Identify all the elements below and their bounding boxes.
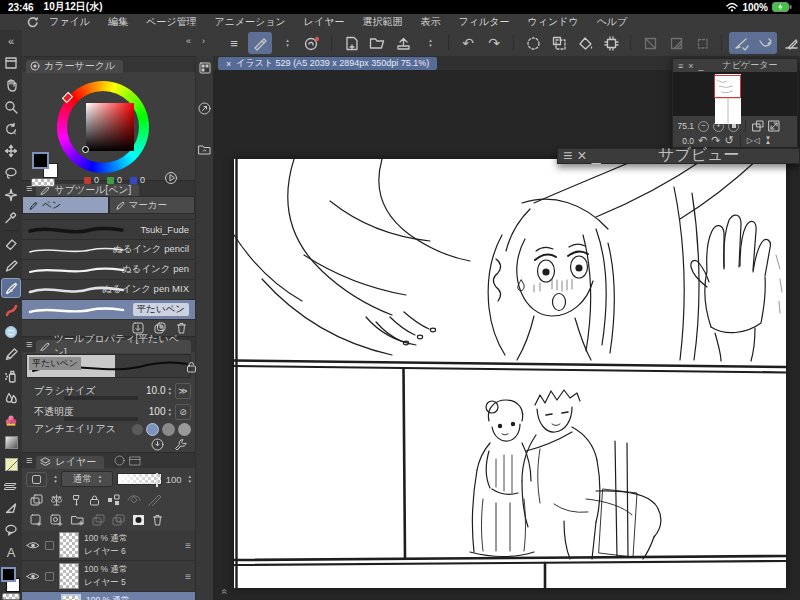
snap-to-special-ruler-button[interactable] [753, 32, 777, 54]
saturation-value-square[interactable] [86, 103, 134, 151]
command-bar-menu-icon[interactable]: ≡ [222, 32, 246, 54]
brush-row[interactable]: Tsuki_Fude [22, 220, 195, 240]
menu-layer[interactable]: レイヤー [304, 15, 345, 29]
clip-at-layer-icon[interactable] [30, 494, 43, 506]
brush-size-stepper[interactable]: ▴▾ [168, 386, 171, 396]
menu-selection[interactable]: 選択範囲 [363, 15, 403, 29]
flip-vertical-icon[interactable]: ▼▲ [765, 137, 771, 144]
save-button[interactable] [391, 32, 415, 54]
panel-menu-icon[interactable]: ≡ [26, 339, 32, 350]
tool-gradient[interactable] [1, 432, 21, 452]
menu-page[interactable]: ページ管理 [146, 15, 196, 29]
layer-thumbnail[interactable] [59, 532, 79, 558]
brush-size-slider[interactable] [64, 396, 138, 400]
quick-access-icon[interactable] [199, 62, 211, 74]
lock-layer-icon[interactable] [89, 494, 100, 506]
opacity-slider[interactable] [64, 417, 138, 421]
document-tab[interactable]: × イラスト 529 (A5 2039 x 2894px 350dpi 75.1… [218, 57, 437, 70]
tool-rotate-canvas[interactable] [1, 119, 21, 139]
snap-to-ruler-button[interactable] [729, 32, 753, 54]
brush-row[interactable]: ぬるインク pen [22, 260, 195, 280]
new-layer-settings-icon[interactable] [50, 514, 64, 526]
tool-eyedropper[interactable] [1, 207, 21, 227]
delete-layer-icon[interactable] [152, 514, 163, 526]
new-canvas-button[interactable] [339, 32, 363, 54]
redo-button[interactable]: ↷ [482, 32, 506, 54]
aa-none-button[interactable] [132, 424, 143, 435]
panel-menu-icon[interactable]: ≡ [678, 61, 683, 71]
minimize-icon[interactable]: _ [592, 147, 601, 165]
tool-hand[interactable] [1, 75, 21, 95]
visibility-eye-icon[interactable] [26, 541, 40, 550]
main-color-well[interactable] [32, 152, 49, 169]
menu-help[interactable]: ヘルプ [597, 15, 628, 29]
blend-mode-dropdown[interactable]: 通常▴▾ [61, 471, 113, 487]
gradient-disabled-button[interactable] [664, 32, 688, 54]
menu-window[interactable]: ウィンドウ [527, 15, 578, 29]
crop-button[interactable] [599, 32, 623, 54]
tool-switch-stepper[interactable]: ▴▾ [274, 32, 298, 54]
tool-airbrush[interactable] [1, 366, 21, 386]
layer-mask-icon[interactable] [132, 514, 145, 526]
wrench-icon[interactable] [174, 438, 187, 451]
color-panel-tab[interactable]: カラーサークル [26, 60, 123, 73]
clip-studio-assets-button[interactable] [300, 32, 324, 54]
layer-opacity-value[interactable]: 100 [166, 474, 182, 485]
layer-handle-icon[interactable]: ≡ [185, 571, 191, 582]
touch-gesture-button[interactable] [248, 32, 272, 54]
layer-row[interactable]: 100 % 通常レイヤー 6 ≡ [22, 530, 195, 561]
close-tab-icon[interactable]: × [226, 59, 231, 69]
tool-brush[interactable] [1, 300, 21, 320]
snap-to-grid-button[interactable] [779, 32, 800, 54]
close-icon[interactable]: × [577, 147, 586, 165]
zoom-out-icon[interactable]: − [698, 121, 709, 132]
opacity-dynamics-button[interactable]: ⊘ [175, 404, 191, 420]
lock-transparent-pixels-icon[interactable] [107, 494, 120, 506]
tool-flow-line[interactable] [1, 498, 21, 518]
enable-mask-icon[interactable] [127, 494, 141, 506]
brush-row-selected[interactable]: 平たいペン [22, 300, 195, 320]
tool-marker[interactable] [1, 256, 21, 276]
animation-cel-tab-icon[interactable] [129, 456, 141, 466]
tool-selection[interactable] [1, 163, 21, 183]
open-file-button[interactable] [365, 32, 389, 54]
color-mode-icon[interactable] [164, 171, 178, 185]
menu-file[interactable]: ファイル [49, 15, 90, 29]
dock-collapse-icon[interactable]: « [186, 36, 191, 46]
viewport-rectangle[interactable] [714, 75, 741, 98]
panel-menu-icon[interactable]: ≡ [563, 147, 572, 165]
menu-edit[interactable]: 編集 [108, 15, 128, 29]
layer-tab[interactable]: レイヤー [36, 456, 104, 469]
layer-checkbox[interactable] [45, 541, 54, 550]
tool-eraser[interactable] [1, 234, 21, 254]
material-panel-icon[interactable] [198, 143, 211, 155]
subtool-detail-icon[interactable] [198, 102, 211, 115]
close-icon[interactable]: × [688, 61, 693, 71]
tool-balloon[interactable] [1, 520, 21, 540]
brush-row[interactable]: ぬるインク pencil [22, 240, 195, 260]
flip-horizontal-icon[interactable]: ▷◁ [747, 137, 761, 145]
tool-pencil[interactable] [1, 344, 21, 364]
document-page[interactable] [234, 159, 786, 588]
tab-marker[interactable]: マーカー [109, 196, 196, 214]
menu-animation[interactable]: アニメーション [214, 15, 285, 29]
ruler-range-icon[interactable] [148, 494, 162, 506]
aa-strong-button[interactable] [178, 423, 191, 436]
deselect-button[interactable] [521, 32, 545, 54]
restore-defaults-icon[interactable] [151, 438, 164, 451]
reference-layer-icon[interactable] [50, 494, 63, 506]
tool-blend[interactable] [1, 388, 21, 408]
layer-checkbox[interactable] [45, 572, 54, 581]
layer-handle-icon[interactable]: ≡ [185, 540, 191, 551]
transfer-to-lower-icon[interactable] [92, 514, 105, 526]
brush-size-value[interactable]: 10.0 [146, 385, 165, 396]
fill-button[interactable] [573, 32, 597, 54]
brush-size-dynamics-button[interactable]: ≫ [175, 383, 191, 399]
scroll-up-double-icon[interactable]: « [219, 589, 230, 595]
merge-to-lower-icon[interactable] [112, 514, 125, 526]
tool-frame-border[interactable] [1, 476, 21, 496]
tool-pen[interactable] [1, 278, 21, 298]
tool-text[interactable]: A [1, 542, 21, 562]
save-options-stepper[interactable]: ▴▾ [417, 32, 441, 54]
workspace-toggle-icon[interactable] [1, 53, 21, 73]
